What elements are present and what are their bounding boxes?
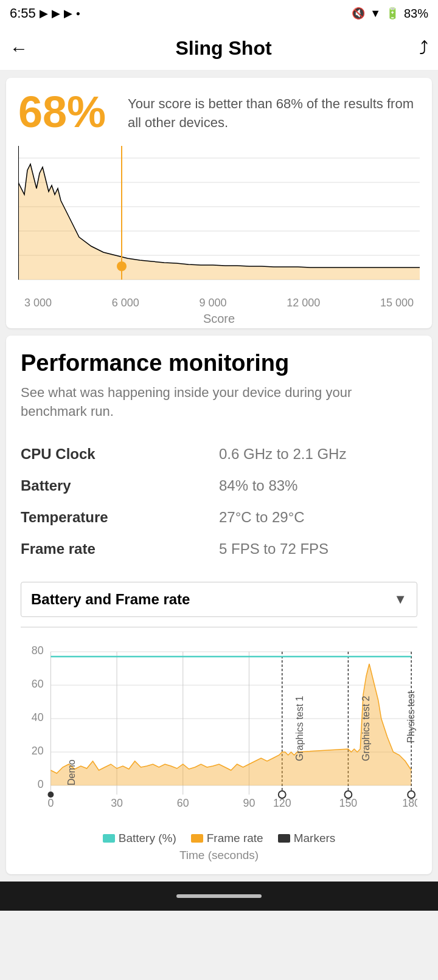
svg-text:180: 180: [402, 796, 417, 809]
status-right: 🔇 ▼ 🔋 83%: [352, 7, 428, 21]
wifi-icon: ▼: [370, 7, 381, 20]
score-card: 68% Your score is better than 68% of the…: [6, 78, 432, 328]
metric-value: 84% to 83%: [219, 470, 417, 502]
timeseries-chart: 80 60 40 20 0: [21, 640, 417, 862]
svg-text:Demo: Demo: [66, 759, 77, 785]
score-description: Your score is better than 68% of the res…: [128, 90, 420, 133]
score-section: 68% Your score is better than 68% of the…: [18, 90, 420, 134]
metric-value: 5 FPS to 72 FPS: [219, 533, 417, 565]
chart-legend: Battery (%) Frame rate Markers: [21, 832, 417, 845]
divider: [21, 627, 417, 627]
mute-icon: 🔇: [352, 7, 365, 20]
svg-text:0: 0: [38, 778, 44, 790]
metric-label: CPU Clock: [21, 438, 219, 470]
svg-text:40: 40: [32, 711, 44, 723]
distribution-chart: 3 000 6 000 9 000 12 000 15 000 Score: [18, 146, 420, 316]
battery-color-swatch: [103, 834, 115, 843]
x-label-2: 6 000: [112, 297, 139, 309]
time-axis-label: Time (seconds): [21, 849, 417, 862]
bottom-nav-bar: [0, 882, 438, 911]
x-label-3: 9 000: [199, 297, 226, 309]
performance-card: Performance monitoring See what was happ…: [6, 336, 432, 874]
legend-framerate: Frame rate: [191, 832, 263, 845]
status-bar: 6:55 ▶ ▶ ▶ ● 🔇 ▼ 🔋 83%: [0, 0, 438, 27]
metric-label: Battery: [21, 470, 219, 502]
svg-text:Physics test: Physics test: [406, 691, 416, 743]
svg-text:150: 150: [339, 796, 358, 809]
legend-battery-label: Battery (%): [119, 832, 176, 845]
metric-value: 27°C to 29°C: [219, 502, 417, 533]
battery-icon: 🔋: [386, 7, 399, 20]
svg-text:Graphics test 2: Graphics test 2: [361, 695, 371, 761]
dot-icon: ●: [76, 9, 80, 18]
perf-title: Performance monitoring: [21, 350, 417, 376]
chevron-down-icon: ▼: [394, 592, 407, 607]
video-icon-3: ▶: [64, 7, 72, 20]
back-button[interactable]: ←: [10, 38, 28, 59]
svg-point-7: [117, 261, 127, 271]
metric-label: Temperature: [21, 502, 219, 533]
metric-label: Frame rate: [21, 533, 219, 565]
metric-row: CPU Clock0.6 GHz to 2.1 GHz: [21, 438, 417, 470]
score-percent: 68%: [18, 90, 116, 134]
app-bar: ← Sling Shot ⤴: [0, 27, 438, 71]
dropdown-label: Battery and Frame rate: [31, 591, 190, 608]
time-display: 6:55: [10, 5, 36, 21]
legend-framerate-label: Frame rate: [207, 832, 263, 845]
svg-text:30: 30: [111, 796, 123, 809]
video-icon-1: ▶: [40, 7, 48, 20]
markers-color-swatch: [278, 834, 290, 843]
svg-text:Graphics test 1: Graphics test 1: [294, 695, 305, 761]
svg-text:120: 120: [273, 796, 291, 809]
home-indicator[interactable]: [176, 894, 262, 898]
metric-row: Temperature27°C to 29°C: [21, 502, 417, 533]
battery-level: 83%: [404, 7, 428, 21]
page-title: Sling Shot: [175, 37, 271, 60]
svg-text:90: 90: [243, 796, 255, 809]
x-label-5: 15 000: [380, 297, 414, 309]
svg-text:0: 0: [47, 796, 54, 809]
metric-row: Battery84% to 83%: [21, 470, 417, 502]
svg-text:80: 80: [32, 644, 44, 656]
chart-x-labels: 3 000 6 000 9 000 12 000 15 000: [18, 297, 420, 309]
legend-markers-label: Markers: [294, 832, 336, 845]
framerate-color-swatch: [191, 834, 203, 843]
chart-type-dropdown[interactable]: Battery and Frame rate ▼: [21, 582, 417, 617]
metric-row: Frame rate5 FPS to 72 FPS: [21, 533, 417, 565]
legend-markers: Markers: [278, 832, 336, 845]
legend-battery: Battery (%): [103, 832, 176, 845]
metric-value: 0.6 GHz to 2.1 GHz: [219, 438, 417, 470]
chart-score-label: Score: [18, 312, 420, 326]
svg-text:20: 20: [32, 744, 44, 756]
perf-subtitle: See what was happening inside your devic…: [21, 384, 417, 421]
video-icon-2: ▶: [52, 7, 60, 20]
svg-text:60: 60: [177, 796, 189, 809]
svg-text:60: 60: [32, 677, 44, 689]
metrics-table: CPU Clock0.6 GHz to 2.1 GHzBattery84% to…: [21, 438, 417, 565]
x-label-1: 3 000: [24, 297, 52, 309]
x-label-4: 12 000: [287, 297, 320, 309]
share-button[interactable]: ⤴: [419, 38, 428, 59]
status-left: 6:55 ▶ ▶ ▶ ●: [10, 5, 80, 21]
